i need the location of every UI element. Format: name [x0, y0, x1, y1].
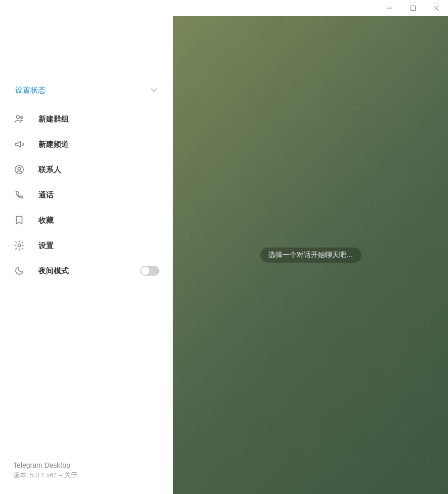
minimize-button[interactable]: [378, 0, 401, 16]
menu-label: 新建频道: [38, 140, 69, 149]
maximize-icon: [410, 5, 416, 11]
sidebar-footer: Telegram Desktop 版本: 5.0.1 x64 – 关于: [0, 461, 173, 494]
megaphone-icon: [13, 138, 25, 150]
menu-item-settings[interactable]: 设置: [0, 233, 173, 258]
menu-item-new-group[interactable]: 新建群组: [0, 106, 173, 132]
moon-icon: [13, 265, 25, 277]
phone-icon: [13, 189, 25, 201]
bookmark-icon: [13, 214, 25, 226]
menu-label: 夜间模式: [38, 266, 69, 276]
svg-point-3: [15, 166, 24, 174]
gear-icon: [13, 239, 25, 252]
group-icon: [13, 113, 25, 125]
empty-chat-hint: 选择一个对话开始聊天吧…: [260, 248, 361, 263]
menu-item-night-mode[interactable]: 夜间模式: [0, 258, 173, 283]
svg-rect-0: [411, 6, 416, 11]
menu-label: 联系人: [38, 165, 61, 175]
app-name: Telegram Desktop: [13, 461, 159, 469]
expand-button[interactable]: [147, 86, 158, 95]
minimize-icon: [387, 5, 393, 11]
menu-label: 收藏: [38, 216, 54, 225]
svg-point-1: [16, 115, 19, 118]
menu-item-new-channel[interactable]: 新建频道: [0, 132, 173, 157]
menu-label: 新建群组: [38, 114, 69, 124]
version-row: 版本: 5.0.1 x64 – 关于: [13, 471, 159, 480]
titlebar: [0, 0, 448, 16]
status-row: 设置状态: [0, 79, 173, 103]
version-separator: –: [57, 471, 64, 479]
menu-item-calls[interactable]: 通话: [0, 182, 173, 208]
content-area: 选择一个对话开始聊天吧…: [173, 16, 448, 494]
close-button[interactable]: [425, 0, 448, 16]
main-layout: 设置状态 新建群组 新建频道 联系人: [0, 16, 448, 494]
menu-label: 通话: [38, 190, 54, 200]
profile-area: [0, 16, 173, 79]
maximize-button[interactable]: [401, 0, 425, 16]
svg-point-2: [20, 116, 22, 118]
menu-item-saved[interactable]: 收藏: [0, 208, 173, 233]
svg-point-4: [18, 167, 21, 170]
sidebar: 设置状态 新建群组 新建频道 联系人: [0, 16, 173, 494]
chevron-down-icon: [149, 86, 158, 95]
night-mode-toggle[interactable]: [140, 266, 159, 276]
version-prefix: 版本:: [13, 471, 30, 479]
menu-label: 设置: [38, 241, 54, 251]
set-status-link[interactable]: 设置状态: [15, 86, 46, 95]
version-value: 5.0.1 x64: [30, 471, 57, 479]
about-link[interactable]: 关于: [64, 471, 77, 479]
contacts-icon: [13, 163, 25, 176]
menu-item-contacts[interactable]: 联系人: [0, 157, 173, 182]
svg-point-5: [18, 244, 21, 247]
menu-list: 新建群组 新建频道 联系人 通话: [0, 103, 173, 283]
close-icon: [433, 5, 439, 11]
